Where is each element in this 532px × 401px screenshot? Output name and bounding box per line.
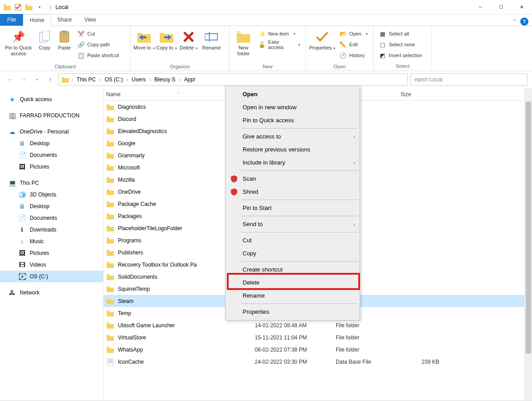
cm-copy[interactable]: Copy [226,247,359,260]
dropdown-icon: ▾ [175,46,177,50]
tab-view[interactable]: View [78,14,102,26]
folder-icon [106,151,114,160]
pin-quick-access-button[interactable]: 📌 Pin to Quick access [3,28,34,63]
ribbon-tabs: File Home Share View ⌃ ? [0,14,532,26]
cut-button[interactable]: ✂️Cut [75,29,122,39]
sidebar-item-pictures2[interactable]: 🖼Pictures [0,247,103,259]
sidebar-item-os-c[interactable]: 💽OS (C:) [0,271,103,282]
search-input[interactable]: earch Local [410,73,527,86]
sidebar-item-desktop[interactable]: 🖥Desktop [0,138,103,149]
cm-shred[interactable]: Shred [226,185,359,198]
paste-button[interactable]: Paste [55,28,74,63]
tab-home[interactable]: Home [23,14,51,26]
tab-share[interactable]: Share [51,14,78,26]
edit-button[interactable]: ✏️Edit [337,40,370,49]
cm-give-access[interactable]: Give access to› [226,130,359,143]
chevron-right-icon[interactable]: › [149,77,152,82]
forward-button[interactable]: → [18,74,29,85]
chevron-right-icon[interactable]: › [126,77,129,82]
close-button[interactable]: ✕ [511,0,532,14]
sidebar-item-music[interactable]: ♪Music [0,236,103,247]
column-size[interactable]: Size [401,91,446,98]
cm-open-new-window[interactable]: Open in new window [226,101,359,114]
drive-icon: 💽 [18,272,26,281]
sidebar-item-network[interactable]: 🖧Network [0,287,103,299]
folder-icon [24,3,33,12]
sidebar-item-desktop2[interactable]: 🖥Desktop [0,200,103,212]
checkbox-icon[interactable] [14,3,23,12]
crumb[interactable]: Users [130,76,147,83]
sidebar-item-onedrive[interactable]: ☁OneDrive - Personal [0,126,103,138]
chevron-right-icon[interactable]: › [71,77,74,82]
cm-rename[interactable]: Rename [226,289,359,302]
history-button[interactable]: 🕑History [337,50,370,60]
file-row[interactable]: IconCache24-02-2022 03:30 PMData Base Fi… [104,356,524,368]
vertical-scrollbar[interactable] [524,88,532,400]
file-row[interactable]: WhatsApp06-02-2022 07:38 PMFile folder [104,343,524,356]
select-none-button[interactable]: ▢Select none [376,40,425,49]
crumb[interactable]: This PC [75,76,98,83]
sidebar-item-documents[interactable]: 📄Documents [0,149,103,161]
cm-cut[interactable]: Cut [226,234,359,247]
open-button[interactable]: 📂Open▾ [337,29,370,39]
sidebar-item-videos[interactable]: 🎞Videos [0,259,103,271]
cm-send-to[interactable]: Send to› [226,218,359,231]
new-folder-button[interactable]: New folder [232,28,255,63]
paste-shortcut-button[interactable]: 📋Paste shortcut [75,50,122,60]
chevron-right-icon[interactable]: › [99,77,102,82]
cm-create-shortcut[interactable]: Create shortcut [226,263,359,276]
svg-rect-2 [42,31,50,40]
file-row[interactable]: VirtualStore15-11-2021 11:04 PMFile fold… [104,331,524,343]
back-button[interactable]: ← [5,74,15,85]
crumb[interactable]: Blessy S [153,76,177,83]
file-row[interactable]: Ubisoft Game Launcher14-01-2022 08:48 AM… [104,319,524,331]
sidebar-item-3d[interactable]: 🧊3D Objects [0,189,103,200]
cm-open[interactable]: Open [226,88,359,101]
cm-pin-quick[interactable]: Pin to Quick access [226,114,359,127]
invert-selection-button[interactable]: ◩Invert selection [376,50,425,60]
easy-access-button[interactable]: 🔓Easy access▾ [256,40,303,49]
minimize-button[interactable]: ─ [470,0,491,14]
paste-icon [57,30,72,44]
open-icon: 📂 [339,30,347,37]
folder-icon [106,309,114,317]
cm-include-library[interactable]: Include in library› [226,156,359,169]
maximize-button[interactable]: ☐ [491,0,511,14]
sidebar-item-documents2[interactable]: 📄Documents [0,212,103,224]
up-button[interactable]: ↑ [45,74,56,85]
new-item-button[interactable]: ✨New item▾ [256,29,303,39]
cm-scan[interactable]: Scan [226,172,359,185]
help-icon[interactable]: ? [520,18,528,26]
separator [242,232,358,232]
properties-button[interactable]: Properties▾ [309,28,336,63]
collapse-ribbon-icon[interactable]: ⌃ [512,18,517,25]
pin-icon: 📌 [11,30,26,44]
rename-button[interactable]: Rename [200,28,223,63]
crumb[interactable]: OS (C:) [103,76,125,83]
sidebar-item-downloads[interactable]: ⬇Downloads [0,224,103,236]
sidebar-item-this-pc[interactable]: 💻This PC [0,177,103,189]
scrollbar-thumb[interactable] [526,102,531,353]
chevron-right-icon[interactable]: › [178,77,181,82]
copy-to-button[interactable]: Copy to▾ [156,28,177,63]
cm-delete[interactable]: Delete [226,276,359,289]
sidebar-item-quick-access[interactable]: ★Quick access [0,94,103,105]
sidebar-item-pictures[interactable]: 🖼Pictures [0,161,103,173]
sidebar-item-farrad[interactable]: 🏢FARRAD PRODUCTION [0,110,103,121]
cm-properties[interactable]: Properties [226,305,359,318]
select-all-button[interactable]: ▦Select all [376,29,425,39]
breadcrumb[interactable]: › This PC › OS (C:) › Users › Blessy S ›… [59,73,408,86]
invert-icon: ◩ [379,52,386,59]
copy-button[interactable]: Copy [35,28,54,63]
copy-path-button[interactable]: 🔗Copy path [75,40,122,49]
cm-restore-versions[interactable]: Restore previous versions [226,143,359,156]
delete-button[interactable]: Delete▾ [178,28,199,63]
crumb[interactable]: Appl [182,76,197,83]
move-to-button[interactable]: Move to▾ [133,28,155,63]
folder-icon [106,127,114,135]
svg-rect-7 [107,358,113,365]
dropdown-icon[interactable]: ▾ [35,3,44,12]
cm-pin-start[interactable]: Pin to Start [226,201,359,214]
tab-file[interactable]: File [0,14,23,26]
recent-button[interactable]: ▾ [32,74,42,85]
